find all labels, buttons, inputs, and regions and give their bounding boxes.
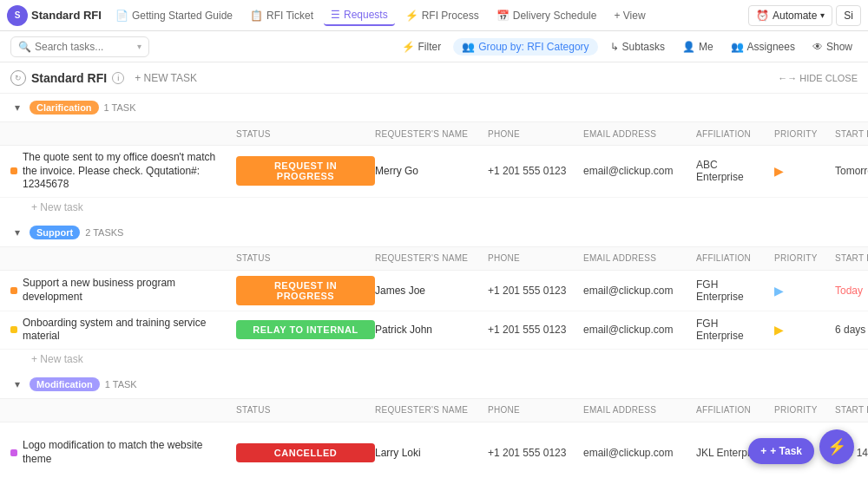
- task-dot: [10, 449, 17, 456]
- table-header-support: STATUSREQUESTER'S NAMEPHONEEMAIL ADDRESS…: [0, 246, 868, 271]
- task-name-cell: Support a new business program developme…: [10, 277, 236, 304]
- email-cell: email@clickup.com: [583, 324, 696, 336]
- affiliation-cell: ABC Enterprise: [696, 159, 774, 183]
- status-cell: RELAY TO INTERNAL: [236, 320, 375, 339]
- task-name-text: Logo modification to match the website t…: [23, 439, 229, 466]
- task-name-text: Support a new business program developme…: [23, 277, 229, 304]
- new-task-row-support: + New task: [0, 350, 868, 370]
- doc-icon: 📄: [115, 10, 128, 22]
- group-by-button[interactable]: 👥 Group by: RFI Category: [453, 38, 597, 56]
- col-3: EMAIL ADDRESS: [583, 405, 696, 415]
- search-box[interactable]: 🔍 ▾: [10, 36, 149, 57]
- table-header-clarification: STATUSREQUESTER'S NAMEPHONEEMAIL ADDRESS…: [0, 121, 868, 146]
- phone-cell: +1 201 555 0123: [488, 447, 583, 459]
- phone-cell: +1 201 555 0123: [488, 285, 583, 297]
- status-cell: CANCELLED: [236, 443, 375, 462]
- nav-logo: S: [7, 5, 28, 26]
- col-1: REQUESTER'S NAME: [375, 405, 488, 415]
- status-button[interactable]: REQUEST IN PROGRESS: [236, 156, 375, 186]
- col-0: STATUS: [236, 405, 375, 415]
- priority-cell: ▶: [774, 164, 835, 178]
- start-date: 6 days ago: [835, 324, 868, 336]
- status-button[interactable]: CANCELLED: [236, 443, 375, 462]
- col-5: PRIORITY: [774, 129, 835, 139]
- priority-icon: ▶: [774, 284, 784, 298]
- tab-rfi-ticket[interactable]: 📋 RFI Ticket: [243, 6, 320, 25]
- ticket-icon: 📋: [250, 10, 263, 22]
- assignees-button[interactable]: 👥 Assignees: [726, 38, 800, 56]
- new-task-button[interactable]: + New task: [31, 353, 83, 365]
- plus-icon: +: [760, 445, 766, 457]
- category-toggle-modification[interactable]: [10, 377, 24, 391]
- start-date-cell: 6 days ago: [835, 324, 868, 336]
- calendar-icon: 📅: [496, 10, 510, 22]
- start-date-cell: Today: [835, 285, 868, 297]
- category-header-clarification: Clarification 1 TASK: [0, 94, 868, 121]
- hide-icon: ←→: [778, 73, 797, 83]
- tab-delivery-schedule[interactable]: 📅 Delivery Schedule: [490, 6, 604, 25]
- new-task-row-clarification: + New task: [0, 198, 868, 219]
- chevron-icon: [15, 378, 20, 390]
- search-icon: 🔍: [18, 41, 31, 53]
- col-1: REQUESTER'S NAME: [375, 253, 488, 263]
- lightning-fab[interactable]: ⚡: [819, 429, 854, 464]
- task-count-clarification: 1 TASK: [104, 102, 136, 113]
- tab-rfi-process[interactable]: ⚡ RFI Process: [398, 6, 486, 25]
- priority-cell: ▶: [774, 284, 835, 298]
- email-cell: email@clickup.com: [583, 285, 696, 297]
- automate-button[interactable]: ⏰ Automate ▾: [748, 5, 832, 26]
- show-button[interactable]: 👁 Show: [807, 38, 858, 56]
- info-icon[interactable]: i: [112, 72, 124, 84]
- requester-cell: Larry Loki: [375, 447, 488, 459]
- priority-cell: ▶: [774, 323, 835, 337]
- task-name-cell: Onboarding system and training service m…: [10, 317, 236, 344]
- col-6: START DATE: [835, 253, 868, 263]
- col-2: PHONE: [488, 129, 583, 139]
- task-name-cell: The quote sent to my office doesn't matc…: [10, 151, 236, 192]
- category-header-support: Support 2 TASKS: [0, 219, 868, 246]
- tab-view-more[interactable]: + View: [607, 6, 652, 25]
- task-dot: [10, 167, 17, 174]
- tab-getting-started[interactable]: 📄 Getting Started Guide: [108, 6, 240, 25]
- tab-requests[interactable]: ☰ Requests: [324, 5, 395, 26]
- share-button[interactable]: Si: [836, 5, 861, 26]
- start-date: Tomorrow: [835, 165, 868, 177]
- filter-button[interactable]: ⚡ Filter: [397, 38, 447, 56]
- hide-close-button[interactable]: ←→ HIDE CLOSE: [778, 73, 858, 83]
- email-cell: email@clickup.com: [583, 447, 696, 459]
- add-task-fab[interactable]: + + Task: [748, 438, 814, 464]
- col-6: START DATE: [835, 405, 868, 415]
- col-5: PRIORITY: [774, 253, 835, 263]
- me-button[interactable]: 👤 Me: [677, 38, 719, 56]
- task-name-text: Onboarding system and training service m…: [23, 317, 229, 344]
- col-0: STATUS: [236, 129, 375, 139]
- breadcrumb-bar: ↻ Standard RFI i + NEW TASK ←→ HIDE CLOS…: [0, 62, 868, 94]
- list-icon: ☰: [331, 9, 340, 21]
- task-dot: [10, 326, 17, 333]
- category-badge-clarification: Clarification: [30, 101, 99, 115]
- category-toggle-support[interactable]: [10, 226, 24, 239]
- category-toggle-clarification[interactable]: [10, 101, 24, 115]
- category-badge-support: Support: [30, 226, 80, 239]
- status-button[interactable]: REQUEST IN PROGRESS: [236, 276, 375, 305]
- toolbar-right: ⚡ Filter 👥 Group by: RFI Category ↳ Subt…: [397, 38, 858, 56]
- table-header-modification: STATUSREQUESTER'S NAMEPHONEEMAIL ADDRESS…: [0, 398, 868, 422]
- priority-icon: ▶: [774, 323, 784, 337]
- main-content: Clarification 1 TASK STATUSREQUESTER'S N…: [0, 94, 868, 478]
- requester-cell: Merry Go: [375, 165, 488, 177]
- status-button[interactable]: RELAY TO INTERNAL: [236, 320, 375, 339]
- nav-title: Standard RFI: [31, 9, 102, 22]
- subtasks-icon: ↳: [610, 41, 619, 53]
- new-task-breadcrumb-button[interactable]: + NEW TASK: [129, 70, 202, 86]
- search-input[interactable]: [35, 41, 134, 53]
- task-count-modification: 1 TASK: [105, 379, 137, 390]
- requester-cell: Patrick John: [375, 324, 488, 336]
- chevron-down-icon: ▾: [137, 42, 141, 51]
- phone-cell: +1 201 555 0123: [488, 324, 583, 336]
- col-2: PHONE: [488, 253, 583, 263]
- assignees-icon: 👥: [731, 41, 744, 53]
- subtasks-button[interactable]: ↳ Subtasks: [605, 38, 670, 56]
- breadcrumb-icon: ↻: [10, 70, 26, 86]
- col-6: START DATE: [835, 129, 868, 139]
- new-task-button[interactable]: + New task: [31, 201, 83, 213]
